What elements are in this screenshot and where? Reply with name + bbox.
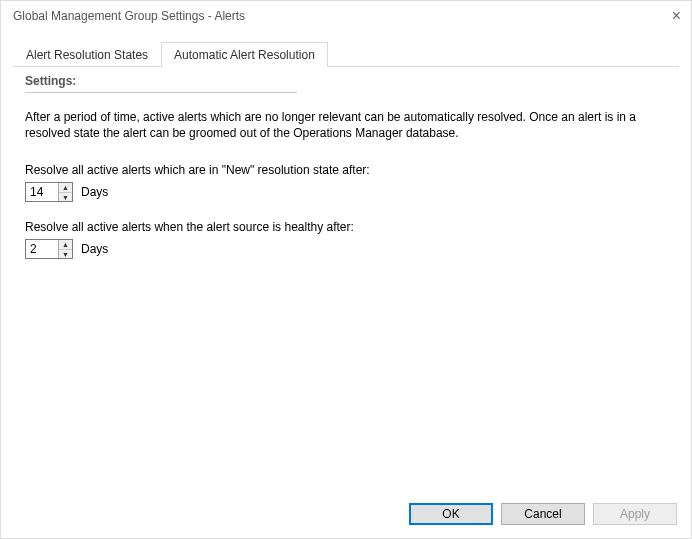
- field1-row: ▲ ▼ Days: [25, 182, 667, 202]
- titlebar: Global Management Group Settings - Alert…: [1, 1, 691, 31]
- window-title: Global Management Group Settings - Alert…: [13, 9, 245, 23]
- field2-units: Days: [81, 242, 108, 256]
- tab-automatic-alert-resolution[interactable]: Automatic Alert Resolution: [161, 42, 328, 67]
- ok-button[interactable]: OK: [409, 503, 493, 525]
- close-icon[interactable]: ×: [641, 7, 681, 25]
- tab-panel-automatic-alert-resolution: Settings: After a period of time, active…: [13, 67, 679, 493]
- tabstrip: Alert Resolution States Automatic Alert …: [13, 41, 679, 67]
- cancel-button[interactable]: Cancel: [501, 503, 585, 525]
- apply-button: Apply: [593, 503, 677, 525]
- field2-spin-down[interactable]: ▼: [59, 250, 72, 259]
- settings-description: After a period of time, active alerts wh…: [25, 109, 655, 141]
- client-area: Alert Resolution States Automatic Alert …: [1, 31, 691, 493]
- field1-spin-buttons: ▲ ▼: [58, 183, 72, 201]
- field1-input[interactable]: [26, 183, 58, 201]
- field2-label: Resolve all active alerts when the alert…: [25, 220, 667, 234]
- field1-spin-up[interactable]: ▲: [59, 183, 72, 193]
- section-underline: [25, 92, 297, 93]
- tab-alert-resolution-states[interactable]: Alert Resolution States: [13, 42, 161, 67]
- footer-buttons: OK Cancel Apply: [1, 493, 691, 539]
- field2-row: ▲ ▼ Days: [25, 239, 667, 259]
- tab-label: Alert Resolution States: [26, 48, 148, 62]
- field2-input[interactable]: [26, 240, 58, 258]
- field1-spinner: ▲ ▼: [25, 182, 73, 202]
- field2-spin-buttons: ▲ ▼: [58, 240, 72, 258]
- field2-spinner: ▲ ▼: [25, 239, 73, 259]
- field1-units: Days: [81, 185, 108, 199]
- field1-spin-down[interactable]: ▼: [59, 193, 72, 202]
- section-heading: Settings:: [25, 74, 667, 88]
- field1-label: Resolve all active alerts which are in "…: [25, 163, 667, 177]
- tab-label: Automatic Alert Resolution: [174, 48, 315, 62]
- field2-spin-up[interactable]: ▲: [59, 240, 72, 250]
